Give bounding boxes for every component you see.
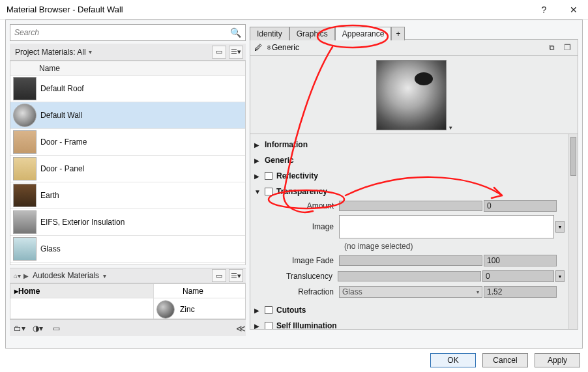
list-item[interactable]: Earth xyxy=(10,182,245,209)
amount-label: Amount xyxy=(254,201,339,210)
right-panel: Identity Graphics Appearance + 🖉 8 Gener… xyxy=(250,24,578,344)
prop-image: Image ▾ xyxy=(254,214,565,239)
shader-header: 🖉 8 Generic ⧉ ❐ xyxy=(250,39,578,56)
material-name: Door - Panel xyxy=(40,164,84,173)
search-icon[interactable]: 🔍 xyxy=(230,27,241,38)
library-list: Name Zinc xyxy=(154,284,245,319)
section-self-illumination[interactable]: ▶Self Illumination xyxy=(254,318,565,330)
library-breadcrumb-bar: ⌂▾ ▶ Autodesk Materials ▾ ▭ ☰▾ xyxy=(10,268,246,283)
search-box[interactable]: 🔍 xyxy=(10,24,246,41)
library-item[interactable]: Zinc xyxy=(154,298,245,320)
library-area: ▸ Home Name Zinc xyxy=(10,283,246,319)
section-transparency: ▼Transparency Amount 0 Image ▾ (no image… xyxy=(254,184,565,302)
expand-icon[interactable]: ▶ xyxy=(254,141,261,149)
list-mode-button[interactable]: ▭ xyxy=(49,322,63,335)
cutouts-checkbox[interactable] xyxy=(265,306,272,314)
expand-icon[interactable]: ▶ xyxy=(254,173,261,180)
fade-value[interactable]: 100 xyxy=(484,255,557,266)
preview-thumbnail xyxy=(376,60,447,130)
apply-button[interactable]: Apply xyxy=(535,353,580,367)
collapse-icon[interactable]: ▼ xyxy=(254,188,261,195)
project-materials-bar[interactable]: Project Materials: All ▾ ▭ ☰▾ xyxy=(10,44,246,61)
collapse-icon[interactable]: ≪ xyxy=(236,323,243,334)
translucency-dropdown-icon[interactable]: ▾ xyxy=(555,270,565,282)
transparency-checkbox[interactable] xyxy=(265,188,272,195)
material-list: Name Default Roof Default Wall Door - Fr… xyxy=(10,61,246,265)
library-home-label: Home xyxy=(18,287,40,296)
properties-scrollbar[interactable] xyxy=(568,134,578,329)
shader-name: Generic xyxy=(272,43,299,52)
material-name: Default Wall xyxy=(40,111,82,120)
list-item[interactable]: Glass xyxy=(10,236,245,263)
list-item[interactable]: Default Wall xyxy=(10,102,245,129)
window-title: Material Browser - Default Wall xyxy=(7,5,529,14)
tab-identity[interactable]: Identity xyxy=(250,27,289,40)
close-icon[interactable]: ✕ xyxy=(559,0,588,20)
prop-amount: Amount 0 xyxy=(254,199,565,213)
list-item[interactable]: Door - Frame xyxy=(10,129,245,156)
ok-button[interactable]: OK xyxy=(430,353,476,367)
section-generic[interactable]: ▶Generic xyxy=(254,152,565,168)
image-note: (no image selected) xyxy=(254,240,565,252)
lib-view-options-button[interactable]: ☰▾ xyxy=(229,269,243,282)
section-title: Cutouts xyxy=(276,306,306,315)
list-header-name[interactable]: Name xyxy=(10,61,245,76)
expand-icon[interactable]: ▶ xyxy=(254,157,261,164)
copy-asset-icon[interactable]: ❐ xyxy=(561,42,574,53)
self-illumination-checkbox[interactable] xyxy=(265,322,272,330)
dialog-footer: OK Cancel Apply xyxy=(0,349,588,372)
chevron-down-icon: ▾ xyxy=(477,289,479,295)
tab-appearance[interactable]: Appearance xyxy=(335,27,392,40)
chevron-down-icon[interactable]: ▾ xyxy=(102,272,108,279)
translucency-slider[interactable] xyxy=(338,271,481,281)
replace-asset-icon[interactable]: 🖉 xyxy=(254,43,262,52)
library-crumb[interactable]: Autodesk Materials xyxy=(30,271,102,280)
fade-slider[interactable] xyxy=(339,255,482,266)
material-scroll[interactable]: Default Roof Default Wall Door - Frame D… xyxy=(10,76,245,265)
create-material-button[interactable]: ◑▾ xyxy=(31,322,45,335)
dialog-body: 🔍 Project Materials: All ▾ ▭ ☰▾ Name Def… xyxy=(5,20,583,349)
list-item[interactable]: Default Roof xyxy=(10,76,245,102)
tab-add[interactable]: + xyxy=(391,27,405,40)
library-swatch xyxy=(156,300,175,319)
view-type-button[interactable]: ▭ xyxy=(212,46,226,59)
material-swatch xyxy=(13,77,37,100)
reflectivity-checkbox[interactable] xyxy=(265,172,272,180)
section-information[interactable]: ▶Information xyxy=(254,137,565,152)
tab-graphics[interactable]: Graphics xyxy=(289,27,335,40)
material-name: Earth xyxy=(40,191,59,200)
library-home-row[interactable]: ▸ Home xyxy=(10,284,153,298)
image-label: Image xyxy=(254,222,339,231)
library-list-header[interactable]: Name xyxy=(154,284,245,298)
list-item[interactable]: EIFS, Exterior Insulation xyxy=(10,209,245,236)
section-title: Reflectivity xyxy=(276,171,318,180)
search-input[interactable] xyxy=(14,28,230,37)
refraction-value[interactable]: 1.52 xyxy=(484,286,557,298)
section-cutouts[interactable]: ▶Cutouts xyxy=(254,302,565,318)
home-icon[interactable]: ⌂▾ xyxy=(12,272,22,279)
lib-view-type-button[interactable]: ▭ xyxy=(212,269,226,282)
amount-slider[interactable] xyxy=(339,201,482,211)
amount-value[interactable]: 0 xyxy=(484,200,557,212)
refraction-select[interactable]: Glass▾ xyxy=(339,286,482,298)
translucency-value[interactable]: 0 xyxy=(482,270,554,282)
duplicate-asset-icon[interactable]: ⧉ xyxy=(545,42,558,53)
scrollbar-thumb[interactable] xyxy=(570,137,576,176)
prop-image-fade: Image Fade 100 xyxy=(254,253,565,268)
image-dropdown-icon[interactable]: ▾ xyxy=(555,221,565,233)
title-bar: Material Browser - Default Wall ? ✕ xyxy=(0,0,588,20)
preview-options-icon[interactable]: ▾ xyxy=(449,124,452,131)
library-tree[interactable]: ▸ Home xyxy=(10,284,154,319)
cancel-button[interactable]: Cancel xyxy=(482,353,528,367)
list-item[interactable]: Door - Panel xyxy=(10,156,245,182)
section-reflectivity[interactable]: ▶Reflectivity xyxy=(254,168,565,184)
help-icon[interactable]: ? xyxy=(529,0,559,20)
view-options-button[interactable]: ☰▾ xyxy=(229,46,243,59)
expand-icon[interactable]: ▶ xyxy=(254,322,261,330)
material-swatch xyxy=(13,184,37,207)
expand-icon[interactable]: ▶ xyxy=(254,307,261,314)
chevron-down-icon[interactable]: ▾ xyxy=(89,48,92,55)
image-picker[interactable] xyxy=(339,215,554,238)
translucency-label: Translucency xyxy=(254,272,338,281)
open-library-button[interactable]: 🗀▾ xyxy=(12,322,27,335)
